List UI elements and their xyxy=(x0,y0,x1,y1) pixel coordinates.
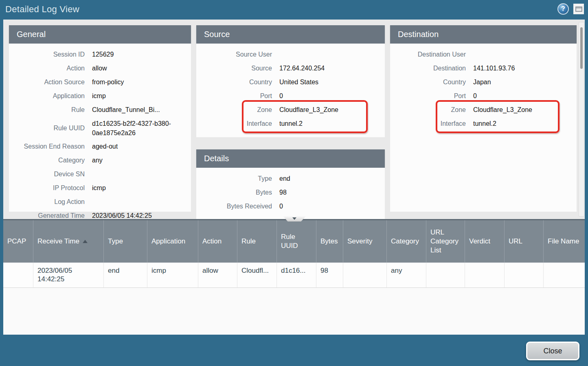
chevron-down-icon xyxy=(292,217,296,220)
field-value: Cloudflare_L3_Zone xyxy=(473,103,577,117)
field-row: RuleCloudflare_Tunnel_Bi... xyxy=(9,103,191,117)
column-header-type[interactable]: Type xyxy=(104,220,147,263)
field-row: Interfacetunnel.2 xyxy=(390,117,577,131)
cell-bytes: 98 xyxy=(316,263,343,287)
field-label: Session End Reason xyxy=(9,140,92,153)
field-value: Cloudflare_L3_Zone xyxy=(279,103,385,117)
field-row: Session ID125629 xyxy=(9,48,191,61)
field-row: Interfacetunnel.2 xyxy=(196,117,385,131)
field-value: 125629 xyxy=(92,48,191,61)
destination-panel-body: Destination User Destination141.101.93.7… xyxy=(390,44,577,212)
field-row: Destination141.101.93.76 xyxy=(390,61,577,75)
field-label: Destination xyxy=(390,61,473,75)
field-value xyxy=(92,195,191,209)
field-row: Source172.64.240.254 xyxy=(196,61,385,75)
sort-ascending-icon xyxy=(83,240,88,243)
column-header-receive-time[interactable]: Receive Time xyxy=(33,220,104,263)
field-label: Destination User xyxy=(390,48,473,61)
destination-panel: Destination Destination User Destination… xyxy=(390,25,577,212)
field-value: Japan xyxy=(473,75,577,89)
help-icon[interactable]: ? xyxy=(557,3,569,15)
field-value: icmp xyxy=(92,181,191,195)
window-icon[interactable] xyxy=(573,4,584,14)
field-label: Category xyxy=(9,153,92,167)
field-label: Rule UUID xyxy=(9,119,92,138)
field-label: Action xyxy=(9,61,92,75)
field-row: Action Sourcefrom-policy xyxy=(9,75,191,89)
close-button[interactable]: Close xyxy=(526,342,579,360)
cell-url xyxy=(505,263,544,287)
log-table: PCAP Receive Time Type Application Actio… xyxy=(3,219,585,335)
field-label: Port xyxy=(390,89,473,103)
field-label: Zone xyxy=(390,103,473,117)
field-label: Device SN xyxy=(9,167,92,181)
field-row: Session End Reasonaged-out xyxy=(9,140,191,153)
field-value xyxy=(92,167,191,181)
field-row: Device SN xyxy=(9,167,191,181)
source-column: Source Source User Source172.64.240.254 … xyxy=(196,25,385,219)
field-label: Type xyxy=(196,172,279,186)
field-label: Interface xyxy=(196,117,279,131)
field-value: 98 xyxy=(279,186,385,199)
log-table-header: PCAP Receive Time Type Application Actio… xyxy=(3,220,585,263)
field-label: Application xyxy=(9,89,92,103)
general-panel: General Session ID125629 Actionallow Act… xyxy=(9,25,191,212)
destination-panel-header: Destination xyxy=(390,25,577,44)
field-label: Port xyxy=(196,89,279,103)
field-label: Source User xyxy=(196,48,279,61)
field-row: ZoneCloudflare_L3_Zone xyxy=(196,103,385,117)
source-panel: Source Source User Source172.64.240.254 … xyxy=(196,25,385,137)
cell-receive-time: 2023/06/05 14:42:25 xyxy=(33,263,104,287)
details-panel-header: Details xyxy=(196,149,385,168)
column-header-verdict[interactable]: Verdict xyxy=(465,220,505,263)
field-label: Action Source xyxy=(9,75,92,89)
upper-scrollbar[interactable] xyxy=(579,22,584,217)
field-value: Cloudflare_Tunnel_Bi... xyxy=(92,103,191,117)
column-header-bytes[interactable]: Bytes xyxy=(316,220,343,263)
field-row: Destination User xyxy=(390,48,577,61)
field-value: 141.101.93.76 xyxy=(473,61,577,75)
field-value: 0 xyxy=(279,199,385,213)
field-label: Generated Time xyxy=(9,209,92,219)
field-row: IP Protocolicmp xyxy=(9,181,191,195)
column-header-url[interactable]: URL xyxy=(505,220,544,263)
column-header-pcap[interactable]: PCAP xyxy=(3,220,33,263)
titlebar-icons: ? xyxy=(557,3,584,15)
field-label: Bytes Received xyxy=(196,199,279,213)
field-label: Country xyxy=(390,75,473,89)
field-row: CountryUnited States xyxy=(196,75,385,89)
upper-scrollbar-thumb[interactable] xyxy=(580,27,583,69)
source-zone-interface-group: ZoneCloudflare_L3_Zone Interfacetunnel.2 xyxy=(196,103,385,131)
field-row: ZoneCloudflare_L3_Zone xyxy=(390,103,577,117)
field-label: Zone xyxy=(196,103,279,117)
cell-type: end xyxy=(104,263,147,287)
column-header-url-category-list[interactable]: URL Category List xyxy=(426,220,465,263)
page-title: Detailed Log View xyxy=(5,4,79,15)
column-header-category[interactable]: Category xyxy=(387,220,426,263)
titlebar: Detailed Log View ? xyxy=(0,0,588,20)
field-label: Bytes xyxy=(196,186,279,199)
field-row: Applicationicmp xyxy=(9,89,191,103)
column-header-rule-uuid[interactable]: Rule UUID xyxy=(277,220,316,263)
field-row: Typeend xyxy=(196,172,385,186)
field-label: Log Action xyxy=(9,195,92,209)
field-value: United States xyxy=(279,75,385,89)
cell-action: allow xyxy=(198,263,237,287)
field-value: tunnel.2 xyxy=(473,117,577,131)
details-panel: Details Typeend Bytes98 Bytes Received0 xyxy=(196,149,385,219)
column-header-action[interactable]: Action xyxy=(198,220,237,263)
log-row[interactable]: 2023/06/05 14:42:25 end icmp allow Cloud… xyxy=(3,263,585,288)
column-header-rule[interactable]: Rule xyxy=(237,220,277,263)
cell-pcap xyxy=(3,263,33,287)
column-header-severity[interactable]: Severity xyxy=(343,220,387,263)
field-row: Categoryany xyxy=(9,153,191,167)
field-value: 172.64.240.254 xyxy=(279,61,385,75)
field-value xyxy=(473,48,577,61)
cell-application: icmp xyxy=(147,263,198,287)
column-header-application[interactable]: Application xyxy=(147,220,198,263)
general-panel-body: Session ID125629 Actionallow Action Sour… xyxy=(9,44,191,212)
field-value: tunnel.2 xyxy=(279,117,385,131)
source-panel-body: Source User Source172.64.240.254 Country… xyxy=(196,44,385,137)
column-header-file-name[interactable]: File Name xyxy=(544,220,585,263)
field-row: Generated Time2023/06/05 14:42:25 xyxy=(9,209,191,219)
